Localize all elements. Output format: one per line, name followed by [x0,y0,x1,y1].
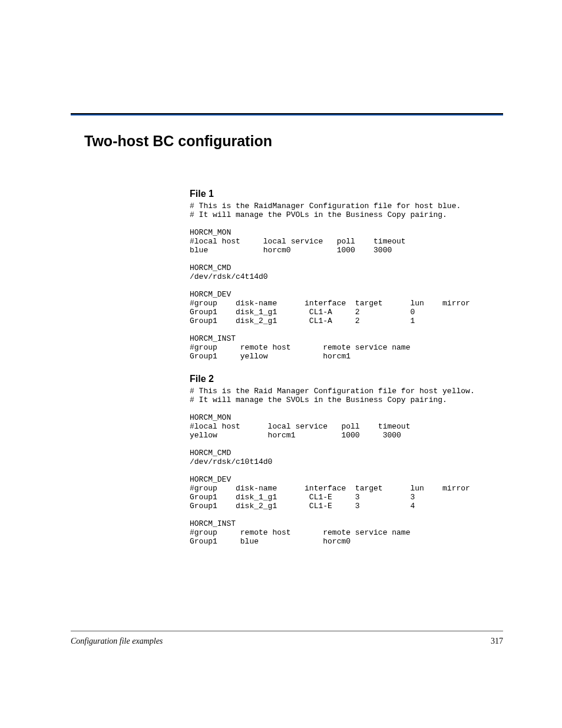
file2-heading: File 2 [190,374,503,384]
file2-text: # This is the Raid Manager Configuration… [190,387,503,546]
file1-text: # This is the RaidManager Configuration … [190,202,503,361]
accent-rule [71,114,503,116]
page-number: 317 [491,637,503,646]
footer-left: Configuration file examples [71,637,163,646]
file1-heading: File 1 [190,189,503,199]
section-title: Two-host BC configuration [84,133,272,150]
document-page: Two-host BC configuration File 1 # This … [0,0,562,728]
content-area: File 1 # This is the RaidManager Configu… [190,189,503,546]
footer-rule [71,631,503,631]
